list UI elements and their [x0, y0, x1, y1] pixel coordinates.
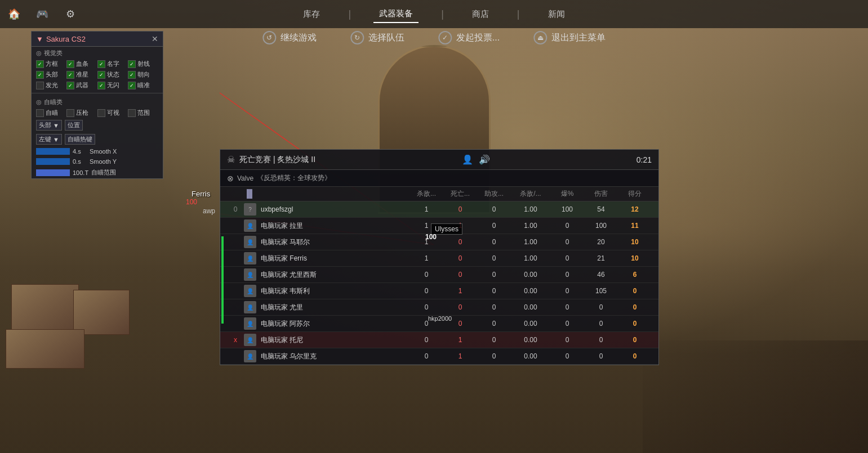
home-icon[interactable]: 🏠 — [6, 6, 23, 23]
cb-aimline[interactable]: ✓ 射线 — [128, 60, 158, 68]
cb-aimline-box[interactable]: ✓ — [128, 60, 136, 68]
valve-logo: ⊗ — [227, 174, 234, 183]
continue-game-button[interactable]: ↺ 继续游戏 — [262, 31, 317, 44]
row-kd: 0.00 — [511, 303, 550, 311]
row-kills: 0 — [409, 287, 443, 295]
cb-range-box[interactable] — [128, 109, 136, 117]
cb-recoil-box[interactable] — [66, 109, 74, 117]
range-value: 100.T — [73, 169, 88, 176]
table-row: 👤电脑玩家 尤里西斯0000.000466 — [220, 267, 658, 283]
smooth-x-row: 4.s Smooth X — [32, 146, 163, 156]
table-row: 👤电脑玩家 尤里0000.00000 — [220, 299, 658, 316]
cb-direction[interactable]: ✓ 朝向 — [128, 70, 158, 79]
row-assists: 0 — [477, 238, 511, 246]
cb-aim-box[interactable]: ✓ — [128, 82, 136, 89]
game-icon[interactable]: 🎮 — [34, 6, 51, 23]
row-score: 0 — [618, 336, 652, 344]
exit-button[interactable]: ⏏ 退出到主菜单 — [533, 31, 606, 44]
row-avatar: 👤 — [244, 317, 256, 330]
row-hs: 0 — [550, 303, 584, 311]
smooth-x-value: 4.s — [73, 148, 87, 155]
cb-visible[interactable]: 可视 — [97, 109, 128, 117]
select-team-button[interactable]: ↻ 选择队伍 — [350, 31, 404, 44]
cb-glow-box[interactable] — [36, 82, 44, 89]
position-dropdown[interactable]: 位置 — [65, 120, 83, 131]
cb-glow[interactable]: 发光 — [36, 81, 66, 89]
auto-hotkey-dropdown[interactable]: 自瞄热键 — [65, 134, 95, 145]
tab-shop[interactable]: 商店 — [466, 6, 495, 23]
start-vote-button[interactable]: ✓ 发起投票... — [438, 31, 500, 44]
row-kills: 0 — [409, 303, 443, 311]
ferris-name-label: Ferris — [192, 190, 210, 198]
cb-recoil[interactable]: 压枪 — [66, 109, 97, 117]
volume-icon: 🔊 — [479, 154, 490, 165]
range-label: 自瞄范围 — [91, 168, 116, 177]
cb-crosshair[interactable]: ✓ 准星 — [66, 70, 97, 79]
cb-weapon-box[interactable]: ✓ — [66, 82, 74, 89]
smooth-x-slider[interactable] — [36, 148, 70, 155]
row-assists: 0 — [477, 320, 511, 328]
row-avatar: 👤 — [244, 268, 256, 281]
cb-direction-box[interactable]: ✓ — [128, 71, 136, 79]
cb-autoaim[interactable]: 自瞄 — [36, 109, 66, 117]
row-kd: 0.00 — [511, 352, 550, 360]
cb-head-box[interactable]: ✓ — [36, 71, 44, 79]
row-name: 电脑玩家 阿苏尔 — [261, 319, 409, 329]
range-row: 100.T 自瞄范围 — [32, 167, 163, 178]
cb-name[interactable]: ✓ 名字 — [97, 60, 128, 68]
cb-noflash[interactable]: ✓ 无闪 — [97, 81, 128, 89]
tab-weapons[interactable]: 武器装备 — [373, 6, 419, 23]
smooth-y-slider[interactable] — [36, 158, 70, 165]
sakura-title: ▼ Sakura CS2 — [36, 35, 86, 43]
row-deaths: 0 — [443, 238, 477, 246]
row-hs: 0 — [550, 320, 584, 328]
left-key-dropdown[interactable]: 左键 ▼ — [36, 134, 62, 145]
green-bar — [221, 236, 224, 324]
row-assists: 0 — [477, 271, 511, 279]
cb-range[interactable]: 范围 — [128, 109, 158, 117]
cb-status-box[interactable]: ✓ — [97, 71, 105, 79]
cb-name-box[interactable]: ✓ — [97, 60, 105, 68]
row-kd: 0.00 — [511, 287, 550, 295]
leftkey-dropdown-row: 左键 ▼ 自瞄热键 — [32, 132, 163, 146]
row-name: 电脑玩家 托尼 — [261, 335, 409, 345]
cb-frame-box[interactable]: ✓ — [36, 60, 44, 68]
row-assists: 0 — [477, 352, 511, 360]
row-score: 10 — [618, 254, 652, 262]
range-slider[interactable] — [36, 169, 70, 176]
scoreboard-columns: ▐▌ 杀敌... 死亡... 助攻... 杀敌/... 爆% 伤害 得分 — [220, 187, 658, 201]
checkbox-row-3: 发光 ✓ 武器 ✓ 无闪 ✓ 瞄准 — [32, 80, 163, 91]
cb-visible-box[interactable] — [97, 109, 105, 117]
crate-1 — [11, 284, 79, 335]
row-score: 12 — [618, 205, 652, 213]
cb-head[interactable]: ✓ 头部 — [36, 70, 66, 79]
nav-icons: 🏠 🎮 ⚙ — [6, 6, 79, 23]
row-assists: 0 — [477, 222, 511, 230]
row-deaths: 0 — [443, 303, 477, 311]
row-dmg: 0 — [584, 303, 618, 311]
cb-crosshair-box[interactable]: ✓ — [66, 71, 74, 79]
row-hs: 0 — [550, 271, 584, 279]
cb-weapon[interactable]: ✓ 武器 — [66, 81, 97, 89]
sakura-header: ▼ Sakura CS2 ✕ — [32, 32, 163, 47]
row-kd: 0.00 — [511, 320, 550, 328]
row-level: x — [227, 336, 244, 344]
scoreboard-header: ☠ 死亡竞赛 | 炙热沙城 II 👤 🔊 0:21 — [220, 150, 658, 170]
cb-noflash-box[interactable]: ✓ — [97, 82, 105, 89]
cb-autoaim-box[interactable] — [36, 109, 44, 117]
cb-frame[interactable]: ✓ 方框 — [36, 60, 66, 68]
head-dropdown[interactable]: 头部 ▼ — [36, 120, 62, 131]
tab-inventory[interactable]: 库存 — [297, 6, 326, 23]
row-avatar: 👤 — [244, 285, 256, 297]
cb-health[interactable]: ✓ 血条 — [66, 60, 97, 68]
row-name: 电脑玩家 Ferris — [261, 254, 409, 263]
cb-health-box[interactable]: ✓ — [66, 60, 74, 68]
sakura-close-button[interactable]: ✕ — [152, 34, 158, 43]
row-name: 电脑玩家 拉里 — [261, 221, 409, 231]
settings-icon[interactable]: ⚙ — [62, 6, 79, 23]
row-name: uxbpefszgl — [261, 205, 409, 213]
row-dmg: 0 — [584, 336, 618, 344]
cb-status[interactable]: ✓ 状态 — [97, 70, 128, 79]
cb-aim[interactable]: ✓ 瞄准 — [128, 81, 158, 89]
tab-news[interactable]: 新闻 — [542, 6, 571, 23]
